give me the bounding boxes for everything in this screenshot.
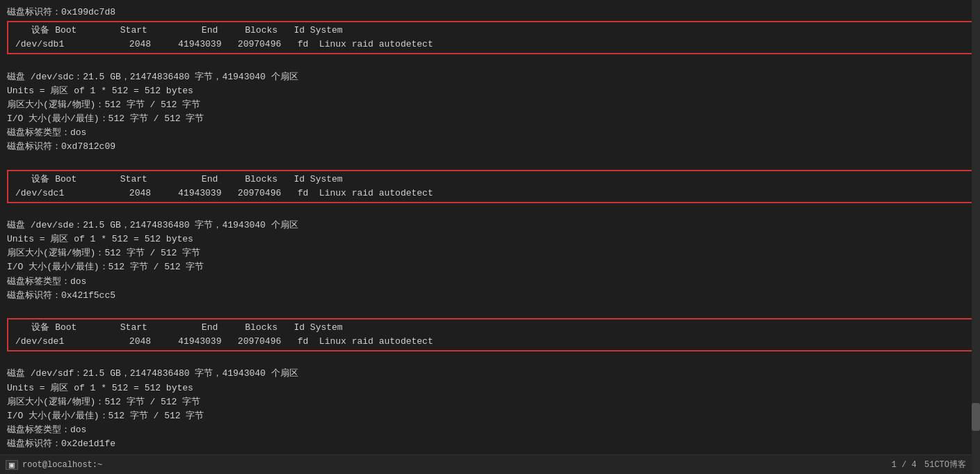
partition-row: /dev/sde1 2048 41943039 20970496 fd Linu… [15,335,965,349]
partition-row: /dev/sdc1 2048 41943039 20970496 fd Linu… [15,187,965,200]
terminal-line: 磁盘标签类型：dos [7,275,973,289]
terminal-line: 磁盘 /dev/sdc：21.5 GB，21474836480 字节，41943… [7,70,973,84]
blank-line [7,353,973,367]
terminal-line: 磁盘标签类型：dos [7,126,973,140]
terminal-line: 磁盘标识符：0x199dc7d8 [7,6,973,19]
blank-line [7,56,973,70]
terminal-line: 磁盘标识符：0x421f5cc5 [7,289,973,303]
terminal-line: 磁盘标签类型：dos [7,423,973,437]
terminal-line: 磁盘 /dev/sde：21.5 GB，21474836480 字节，41943… [7,219,973,232]
terminal-line: 磁盘标识符：0xd7812c09 [7,140,973,154]
terminal-line: Units = 扇区 of 1 * 512 = 512 bytes [7,232,973,246]
terminal-icon: ▣ [6,460,18,470]
statusbar: ▣ root@localhost:~ [0,455,972,474]
partition-row: /dev/sdb1 2048 41943039 20970496 fd Linu… [15,38,965,52]
partition-header: 设备 Boot Start End Blocks Id System [15,321,965,335]
terminal-line: I/O 大小(最小/最佳)：512 字节 / 512 字节 [7,112,973,126]
terminal-line: Units = 扇区 of 1 * 512 = 512 bytes [7,381,973,395]
blank-line [7,303,973,317]
terminal-line: 扇区大小(逻辑/物理)：512 字节 / 512 字节 [7,98,973,112]
partition-table: 设备 Boot Start End Blocks Id System/dev/s… [7,21,973,54]
partition-header: 设备 Boot Start End Blocks Id System [15,24,965,38]
partition-table: 设备 Boot Start End Blocks Id System/dev/s… [7,318,973,351]
page-indicator: 1 / 4 51CTO博客 [892,459,966,471]
terminal-line: I/O 大小(最小/最佳)：512 字节 / 512 字节 [7,260,973,274]
terminal-line: 磁盘标识符：0x2de1d1fe [7,437,973,451]
terminal-line: 扇区大小(逻辑/物理)：512 字节 / 512 字节 [7,395,973,409]
blank-line [7,154,973,168]
terminal-line: I/O 大小(最小/最佳)：512 字节 / 512 字节 [7,409,973,423]
blank-line [7,205,973,219]
terminal-line: Units = 扇区 of 1 * 512 = 512 bytes [7,84,973,98]
terminal-line: 磁盘 /dev/sdf：21.5 GB，21474836480 字节，41943… [7,367,973,381]
terminal-window: 磁盘标识符：0x199dc7d8 设备 Boot Start End Block… [0,0,980,474]
terminal-content: 磁盘标识符：0x199dc7d8 设备 Boot Start End Block… [7,6,973,474]
scrollbar-thumb[interactable] [972,403,980,431]
partition-header: 设备 Boot Start End Blocks Id System [15,173,965,187]
scrollbar[interactable] [972,0,980,474]
partition-table: 设备 Boot Start End Blocks Id System/dev/s… [7,170,973,203]
statusbar-title: root@localhost:~ [22,460,102,470]
terminal-line: 扇区大小(逻辑/物理)：512 字节 / 512 字节 [7,246,973,260]
